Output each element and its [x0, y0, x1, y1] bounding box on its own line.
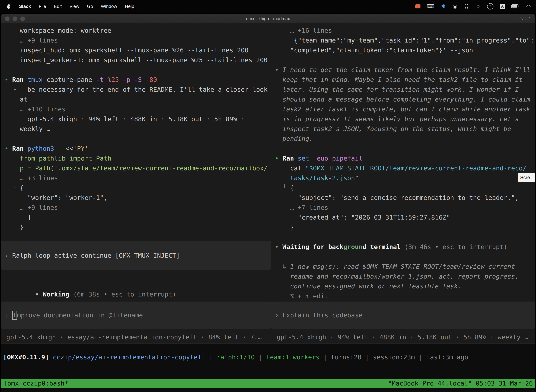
tmux-pane-left[interactable]: workspace_mode: worktree … +9 lines insp…: [1, 23, 271, 344]
menu-item-view[interactable]: View: [69, 4, 79, 9]
terminal-line: }: [5, 222, 271, 232]
terminal-line: [275, 144, 535, 154]
menu-item-file[interactable]: File: [39, 4, 46, 9]
terminal-text: from pathlib import Path: [5, 155, 111, 162]
menu-item-help[interactable]: Help: [125, 4, 134, 9]
close-button[interactable]: [5, 17, 10, 21]
terminal-window: omx --xhigh --madmax ⌥⌘1 workspace_mode:…: [1, 14, 535, 392]
left-input-box[interactable]: › Improve documentation in @filename: [1, 302, 271, 329]
terminal-line: pending.: [275, 134, 535, 144]
terminal-text: "subject": "send a concise recommendatio…: [275, 194, 519, 201]
badge-61-icon[interactable]: 61: [487, 3, 493, 9]
terminal-text: ralph:1/10: [217, 354, 255, 361]
terminal-text: {: [20, 184, 24, 191]
terminal-text: ↳: [275, 263, 290, 270]
terminal-line: "subject": "send a concise recommendatio…: [275, 193, 535, 203]
terminal-line: • Ran tmux capture-pane -t %25 -p -S -80: [5, 75, 271, 85]
terminal-line: continue assigned work or next feasible …: [275, 281, 535, 291]
terminal-text: … +110 lines: [5, 106, 66, 113]
terminal-line: • Waiting for background terminal (3m 46…: [275, 242, 535, 252]
terminal-text: … +7 lines: [275, 204, 328, 211]
left-pane-transcript: workspace_mode: worktree … +9 lines insp…: [5, 26, 271, 232]
terminal-text: •: [5, 145, 12, 152]
battery-icon[interactable]: [511, 3, 519, 9]
terminal-text: cczip/essay/ai-reimplementation-copyleft: [53, 354, 205, 361]
screen-recording-indicator[interactable]: [415, 3, 421, 9]
left-injected-prompt[interactable]: › Ralph loop active continue [OMX_TMUX_I…: [1, 241, 271, 270]
terminal-line: weekly …: [5, 124, 271, 134]
prompt-chevron-icon: ›: [5, 252, 12, 259]
window-title-bar[interactable]: omx --xhigh --madmax ⌥⌘1: [1, 14, 535, 23]
zoom-button[interactable]: [20, 17, 25, 21]
menu-app-name[interactable]: Slack: [19, 4, 31, 9]
terminal-text: pending.: [275, 135, 313, 142]
terminal-line: gpt-5.4 xhigh · 94% left · 488K in · 5.1…: [5, 114, 271, 124]
terminal-line: └ be necessary for the end of the README…: [5, 85, 271, 94]
terminal-line: is in progress? It seems likely but perh…: [275, 114, 535, 124]
right-input-box[interactable]: › Explain this codebase: [271, 302, 535, 329]
terminal-text: Waiting for back: [282, 243, 344, 250]
terminal-text: tasks/task-2.json": [275, 174, 359, 182]
right-pane-status-line: gpt-5.4 xhigh · 94% left · 488K in · 5.1…: [277, 332, 528, 342]
badge-61-icon-label: 61: [487, 3, 493, 9]
terminal-line: └ {: [5, 183, 271, 193]
terminal-text: team:1 workers: [266, 354, 320, 361]
terminal-text: "completed","claim_token":"claim-token"}…: [275, 47, 473, 54]
input-source-icon-label: A: [500, 4, 505, 9]
menu-item-edit[interactable]: Edit: [54, 4, 62, 9]
terminal-text: Ran: [12, 76, 27, 83]
terminal-text: session:23m: [373, 354, 415, 361]
dots-grid-icon[interactable]: ⣿: [464, 3, 469, 9]
working-detail: (6m 38s • esc to interrupt): [73, 291, 176, 298]
terminal-text: ]: [5, 214, 31, 221]
app-icon-dark[interactable]: ◉: [452, 3, 458, 9]
app-icon-ghost[interactable]: ◌: [475, 3, 481, 9]
terminal-text: -p: [123, 76, 134, 83]
terminal-text: turns:20: [331, 354, 361, 361]
terminal-text: -euo pipefail: [313, 155, 363, 162]
menu-item-window[interactable]: Window: [101, 4, 117, 9]
input-placeholder: mprove documentation in @filename: [17, 312, 143, 319]
terminal-text: is in progress? It seems likely but perh…: [275, 115, 519, 123]
terminal-line: [275, 232, 535, 242]
pane-divider-horizontal: [1, 344, 535, 344]
omx-status-line: [OMX#0.11.9] cczip/essay/ai-reimplementa…: [3, 352, 468, 362]
menu-bar-left: Slack FileEditViewGoWindowHelp: [0, 3, 134, 9]
terminal-line: ]: [5, 213, 271, 222]
terminal-text: }: [275, 224, 294, 231]
terminal-line: '{"team_name":"my-team","task_id":"1","f…: [275, 36, 535, 45]
terminal-line: • Ran set -euo pipefail: [275, 154, 535, 163]
input-source-icon[interactable]: A: [500, 3, 505, 9]
terminal-text: weekly …: [5, 125, 50, 132]
window-title: omx --xhigh --madmax: [1, 16, 535, 21]
menu-item-go[interactable]: Go: [87, 4, 93, 9]
keyboard-icon[interactable]: ⌨: [427, 3, 434, 9]
terminal-line: workspace_mode: worktree: [5, 26, 271, 36]
terminal-text: |: [415, 354, 426, 361]
terminal-text: |: [205, 354, 217, 361]
minimize-button[interactable]: [13, 17, 17, 21]
terminal-text: python3: [27, 145, 58, 152]
screen-notification-overlay[interactable]: Scre: [518, 173, 535, 182]
wifi-icon[interactable]: ◠: [526, 3, 531, 9]
prompt-chevron-icon: ›: [5, 312, 12, 319]
terminal-line: "worker": "worker-1",: [5, 193, 271, 203]
terminal-line: • I need to get the claim token from the…: [275, 65, 535, 75]
injected-prompt-text: Ralph loop active continue [OMX_TMUX_INJ…: [12, 252, 180, 259]
apple-menu-icon[interactable]: [6, 3, 11, 9]
terminal-text: at: [5, 96, 27, 103]
terminal-line: keep that in mind. Maybe I also need the…: [275, 75, 535, 85]
terminal-text: gpt-5.4 xhigh · 94% left · 488K in · 5.1…: [5, 115, 245, 123]
terminal-line: • Ran python3 - <<'PY': [5, 144, 271, 154]
working-status-row: • Working (6m 38s • esc to interrupt): [1, 280, 271, 289]
app-icon-blue[interactable]: ✱: [441, 3, 446, 9]
tmux-pane-right[interactable]: … +16 lines '{"team_name":"my-team","tas…: [271, 23, 535, 344]
menu-bar-status-icons: ⌨✱◉⣿◌61A◠: [415, 3, 536, 9]
terminal-text: •: [275, 155, 282, 162]
terminal-text: [OMX#0.11.9]: [3, 354, 49, 361]
right-pane-transcript: … +16 lines '{"team_name":"my-team","tas…: [275, 26, 535, 301]
terminal-text: •: [5, 76, 12, 83]
terminal-line: … +3 lines: [5, 173, 271, 183]
working-bullet: •: [35, 291, 43, 298]
terminal-text: p = Path('.omx/state/team/review-current…: [5, 165, 268, 172]
